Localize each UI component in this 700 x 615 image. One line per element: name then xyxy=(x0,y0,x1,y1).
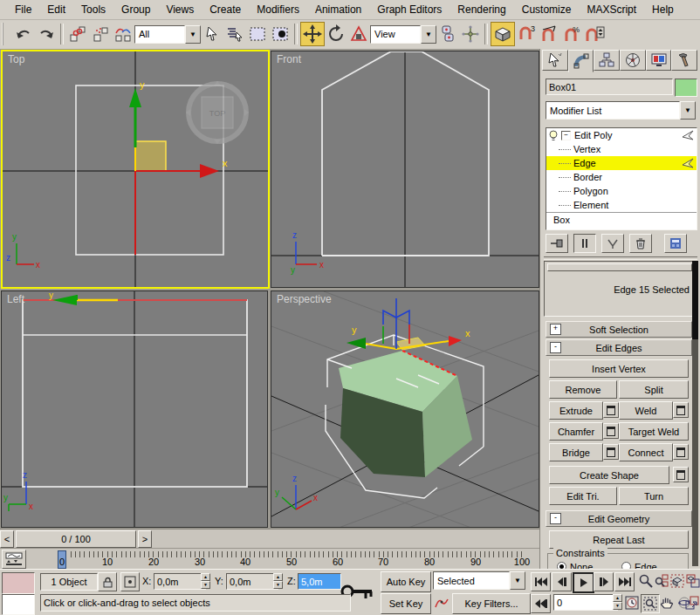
connect-button[interactable]: Connect xyxy=(619,443,673,461)
panel-scrollbar-thumb[interactable] xyxy=(692,261,698,339)
maximize-viewport-toggle-button[interactable] xyxy=(683,594,700,612)
play-animation-button[interactable] xyxy=(573,572,594,593)
angle-snap-toggle-button[interactable] xyxy=(538,23,560,45)
show-end-result-button[interactable] xyxy=(573,234,596,253)
menu-customize[interactable]: Customize xyxy=(514,3,580,16)
use-pivot-point-center-button[interactable] xyxy=(436,23,459,45)
zoom-extents-button[interactable] xyxy=(669,572,686,590)
select-and-scale-button[interactable] xyxy=(347,23,370,45)
menu-views[interactable]: Views xyxy=(158,3,202,16)
selection-filter-dropdown[interactable]: All ▼ xyxy=(134,25,201,44)
next-frame-arrow[interactable]: > xyxy=(138,530,152,548)
remove-modifier-button[interactable] xyxy=(629,234,652,253)
maxscript-mini-listener-pink[interactable] xyxy=(2,572,35,594)
window-crossing-button[interactable] xyxy=(269,23,292,45)
remove-button[interactable]: Remove xyxy=(549,380,617,399)
time-configuration-button[interactable] xyxy=(623,594,641,612)
stack-row-edit-poly[interactable]: − Edit Poly xyxy=(546,128,697,142)
spinner-down-icon[interactable]: ▼ xyxy=(273,581,283,589)
panel-scrollbar[interactable] xyxy=(692,261,698,566)
make-unique-button[interactable] xyxy=(601,234,624,253)
rollout-soft-selection[interactable]: + Soft Selection xyxy=(546,321,692,338)
split-button[interactable]: Split xyxy=(619,380,689,399)
object-color-swatch[interactable] xyxy=(675,79,697,97)
collapse-box[interactable]: − xyxy=(561,131,571,140)
maxscript-mini-listener-white[interactable] xyxy=(2,594,35,615)
y-coord-spinner[interactable]: ▲▼ xyxy=(273,573,283,589)
set-key-button[interactable]: Set Key xyxy=(381,593,431,614)
new-key-default-in-out-tangents-button[interactable] xyxy=(433,594,450,612)
snap-3d-toggle-button[interactable]: 3 xyxy=(515,23,538,45)
modifier-list-dropdown[interactable]: Modifier List ▼ xyxy=(546,101,696,120)
stack-row-border[interactable]: Border xyxy=(546,170,697,184)
select-object-button[interactable] xyxy=(201,23,223,45)
turn-button[interactable]: Turn xyxy=(619,487,689,505)
field-of-view-region-zoom-button[interactable] xyxy=(641,594,660,613)
insert-vertex-button[interactable]: Insert Vertex xyxy=(549,359,689,378)
rectangular-selection-region-button[interactable] xyxy=(246,23,269,45)
absolute-offset-mode-toggle[interactable] xyxy=(120,572,140,591)
previous-frame-button[interactable] xyxy=(552,572,572,591)
track-bar-ruler[interactable]: 0 10 20 30 40 50 60 70 80 90 100 xyxy=(28,550,536,568)
chamfer-settings-button[interactable] xyxy=(603,423,619,439)
tab-motion[interactable] xyxy=(620,50,646,71)
open-mini-curve-editor-button[interactable] xyxy=(2,550,26,569)
view-rotation-gizmo[interactable]: TOP xyxy=(186,81,249,144)
dropdown-arrow-icon[interactable]: ▼ xyxy=(185,25,201,44)
extrude-button[interactable]: Extrude xyxy=(549,401,603,420)
tab-hierarchy[interactable] xyxy=(594,50,620,71)
select-and-move-button[interactable] xyxy=(300,22,325,46)
time-slider-handle[interactable]: 0 / 100 xyxy=(16,530,136,548)
next-frame-button[interactable] xyxy=(594,572,614,591)
object-name-field[interactable]: Box01 xyxy=(546,79,673,95)
auto-key-button[interactable]: Auto Key xyxy=(381,571,431,592)
expand-icon[interactable]: + xyxy=(550,324,561,335)
collapse-icon[interactable]: - xyxy=(550,342,561,353)
target-weld-button[interactable]: Target Weld xyxy=(619,422,689,441)
rollout-edit-edges[interactable]: - Edit Edges xyxy=(546,339,692,356)
weld-button[interactable]: Weld xyxy=(619,401,673,420)
create-shape-button[interactable]: Create Shape xyxy=(549,466,669,484)
previous-frame-arrow[interactable]: < xyxy=(0,530,14,548)
zoom-button[interactable] xyxy=(637,572,655,590)
gizmo-x-arrow[interactable] xyxy=(200,164,219,178)
extrude-settings-button[interactable] xyxy=(603,402,619,418)
bind-to-space-warp-button[interactable] xyxy=(112,23,134,45)
gizmo-y-arrow[interactable] xyxy=(52,295,77,305)
spinner-up-icon[interactable]: ▲ xyxy=(273,573,283,581)
repeat-last-button[interactable]: Repeat Last xyxy=(549,530,689,549)
zoom-all-button[interactable] xyxy=(653,572,670,590)
selection-lock-toggle[interactable] xyxy=(98,572,117,591)
menu-group[interactable]: Group xyxy=(113,3,158,16)
menu-animation[interactable]: Animation xyxy=(307,3,369,16)
connect-settings-button[interactable] xyxy=(673,444,689,460)
z-coord-field-selected[interactable]: 5,0m xyxy=(298,573,341,590)
redo-button[interactable] xyxy=(35,23,58,45)
menu-rendering[interactable]: Rendering xyxy=(450,3,513,16)
selection-set-dropdown[interactable]: Selected ▼ xyxy=(433,571,525,590)
key-mode-toggle-button[interactable] xyxy=(531,594,551,613)
gizmo-y-arrow[interactable] xyxy=(129,88,141,107)
stack-row-edge-selected[interactable]: Edge xyxy=(546,156,697,170)
menu-tools[interactable]: Tools xyxy=(73,3,113,16)
frame-spinner[interactable]: ▲▼ xyxy=(613,594,622,610)
menu-modifiers[interactable]: Modifiers xyxy=(249,3,307,16)
spinner-up-icon[interactable]: ▲ xyxy=(613,594,622,602)
select-and-manipulate-button[interactable] xyxy=(459,23,482,45)
bridge-button[interactable]: Bridge xyxy=(549,443,603,461)
unlink-selection-button[interactable] xyxy=(89,23,112,45)
create-shape-settings-button[interactable] xyxy=(673,467,689,482)
spinner-down-icon[interactable]: ▼ xyxy=(201,581,210,589)
dropdown-arrow-icon[interactable]: ▼ xyxy=(680,101,696,120)
constraint-none-radio[interactable]: None xyxy=(557,561,593,569)
undo-button[interactable] xyxy=(12,23,35,45)
tab-modify[interactable] xyxy=(568,50,594,72)
move-gizmo[interactable]: x y xyxy=(347,298,470,350)
go-to-end-button[interactable] xyxy=(614,572,635,591)
pan-view-button[interactable] xyxy=(658,594,676,612)
lightbulb-icon[interactable] xyxy=(548,130,559,141)
stack-row-box[interactable]: Box xyxy=(546,212,697,227)
select-and-rotate-button[interactable] xyxy=(325,23,347,45)
configure-modifier-sets-button[interactable] xyxy=(664,234,687,253)
x-coord-spinner[interactable]: ▲▼ xyxy=(201,573,210,589)
